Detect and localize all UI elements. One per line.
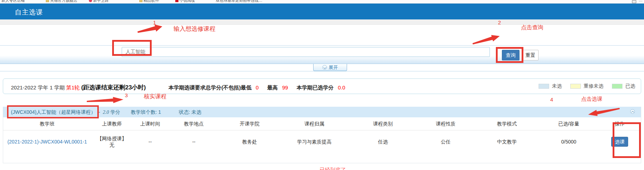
chevron-down-icon bbox=[322, 65, 327, 70]
bookmark-item[interactable]: 双色球基本走势图带连线… bbox=[216, 0, 262, 3]
credit-max-value: 99 bbox=[282, 84, 288, 90]
round-label: 第1轮 bbox=[66, 84, 80, 90]
column-header: 教学班 bbox=[3, 121, 91, 127]
credit-min-value: 0 bbox=[256, 84, 259, 90]
column-header: 教学模式 bbox=[475, 121, 539, 127]
course-credits-value: 2.0 bbox=[103, 110, 109, 115]
bookmark-item[interactable]: 天猫官方旗舰店 bbox=[46, 0, 77, 3]
annotation-step-number: 2 bbox=[498, 19, 501, 25]
column-header: 课程类别 bbox=[350, 121, 417, 127]
red-square-icon bbox=[175, 0, 178, 2]
header-substrip bbox=[0, 19, 644, 25]
teacher-cell: 【网络授课】 无 bbox=[91, 135, 133, 148]
column-header: 课程归属 bbox=[279, 121, 350, 127]
annotation-highlight-rect bbox=[496, 47, 523, 63]
mode-cell: 中文教学 bbox=[475, 139, 539, 145]
legend-swatch-retake bbox=[570, 84, 581, 89]
nature-cell: 公任 bbox=[417, 139, 475, 145]
column-header: 上课教师 bbox=[91, 121, 133, 127]
class-count-label: 教学班个数: 1 bbox=[131, 107, 161, 117]
place-cell: -- bbox=[168, 139, 220, 145]
legend-swatch-unselected bbox=[539, 84, 549, 89]
bookmark-item[interactable]: 精品软件 bbox=[139, 0, 159, 3]
column-header: 课程性质 bbox=[417, 121, 475, 127]
credit-requirement-label: 本学期选课要求总学分(不包括)最低 bbox=[169, 84, 251, 90]
deadline-label: (距选课结束还剩23小时) bbox=[81, 84, 146, 91]
table-row: (2021-2022-1)-JWCX004-WL0001-1 【网络授课】 无 … bbox=[3, 130, 641, 153]
bookmarks-overflow-icon[interactable]: … bbox=[639, 0, 643, 2]
annotation-text: 核实课程 bbox=[144, 93, 166, 100]
annotation-highlight-rect bbox=[112, 40, 152, 56]
annotation-arrow bbox=[86, 96, 123, 105]
browser-bookmarks-bar: 新人专区店铺 天猫官方旗舰店 新手上路 精品软件 小说阅读 双色球基本走势图带连… bbox=[0, 0, 644, 4]
annotation-highlight-rect bbox=[7, 105, 99, 118]
page-title: 自主选课 bbox=[15, 8, 43, 17]
annotation-step-number: 4 bbox=[550, 96, 553, 102]
legend-label-unselected: 未选 bbox=[552, 83, 562, 89]
folder-icon bbox=[46, 0, 49, 2]
annotation-step-number: 1 bbox=[153, 19, 156, 25]
legend-label-selected: 已选 bbox=[625, 83, 635, 89]
class-id-link[interactable]: (2021-2022-1)-JWCX004-WL0001-1 bbox=[3, 139, 91, 145]
bookmark-item[interactable]: 新人专区店铺 bbox=[1, 0, 25, 3]
term-label: 2021-2022 学年 1 学期 bbox=[11, 84, 65, 90]
annotation-step-number: 3 bbox=[125, 92, 128, 98]
status-legend: 未选 重修未选 已选 bbox=[539, 83, 635, 89]
bookmark-item[interactable]: 小说阅读 bbox=[175, 0, 195, 3]
column-header: 上课时间 bbox=[133, 121, 168, 127]
course-search-input[interactable] bbox=[122, 47, 490, 57]
table-header-row: 教学班 上课教师 上课时间 教学地点 开课学院 课程归属 课程类别 课程性质 教… bbox=[3, 117, 641, 130]
folder-icon bbox=[139, 0, 142, 2]
selected-credit-value: 0.0 bbox=[338, 84, 345, 90]
legend-label-retake: 重修未选 bbox=[584, 83, 603, 89]
page-header: 自主选课 bbox=[0, 4, 644, 19]
semester-info-panel: 2021-2022 学年 1 学期 第1轮 (距选课结束还剩23小时) 本学期选… bbox=[3, 78, 641, 94]
semester-info-text: 2021-2022 学年 1 学期 第1轮 (距选课结束还剩23小时) 本学期选… bbox=[11, 83, 345, 92]
device-icon[interactable] bbox=[632, 0, 636, 3]
red-dot-icon bbox=[89, 0, 92, 2]
column-header: 开课学院 bbox=[220, 121, 279, 127]
expand-toggle[interactable]: 展开 bbox=[313, 64, 347, 71]
legend-swatch-selected bbox=[612, 84, 622, 89]
belong-cell: 学习与素质提高 bbox=[279, 139, 350, 145]
annotation-text: 点击选课 bbox=[581, 96, 602, 102]
time-cell: -- bbox=[133, 139, 168, 145]
selected-credit-label: 本学期已选学分 bbox=[297, 84, 334, 90]
capacity-cell: 0/5000 bbox=[539, 139, 599, 145]
course-header-bar: (JWCX004)人工智能（超星网络课程） - 2.0 学分 教学班个数: 1 … bbox=[3, 107, 641, 117]
column-header: 已选/容量 bbox=[539, 121, 599, 127]
bookmark-item[interactable]: 新手上路 bbox=[89, 0, 109, 3]
category-cell: 任选 bbox=[350, 139, 417, 145]
course-status-label: 状态: 未选 bbox=[179, 107, 201, 117]
annotation-highlight-rect bbox=[613, 122, 641, 158]
college-cell: 教务处 bbox=[220, 139, 279, 145]
credit-max-label: 最高 bbox=[267, 84, 278, 90]
end-of-list-text: 已经到底了 bbox=[320, 167, 346, 170]
column-header: 教学地点 bbox=[168, 121, 220, 127]
annotation-text: 点击查询 bbox=[521, 24, 543, 31]
collapse-chevron-up-icon[interactable] bbox=[630, 109, 635, 114]
annotation-text: 输入想选修课程 bbox=[174, 25, 215, 33]
course-selection-page: 新人专区店铺 天猫官方旗舰店 新手上路 精品软件 小说阅读 双色球基本走势图带连… bbox=[0, 0, 644, 170]
reset-button[interactable]: 重置 bbox=[522, 50, 539, 60]
